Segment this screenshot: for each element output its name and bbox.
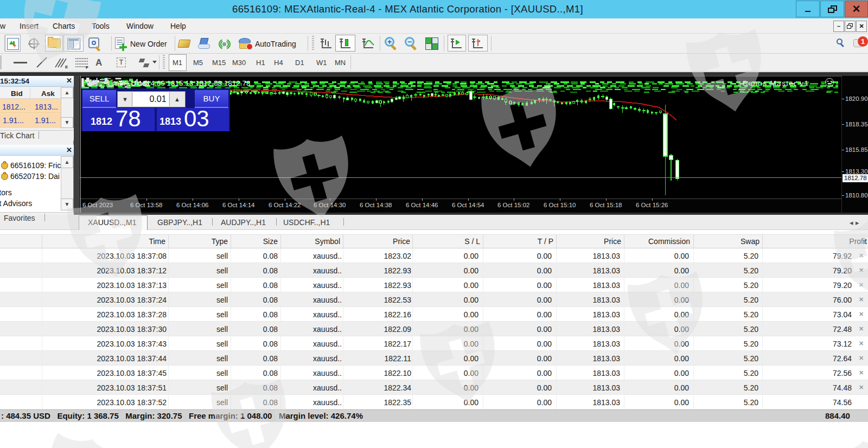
svg-text:E: E: [65, 65, 68, 69]
svg-text:F: F: [86, 65, 88, 69]
